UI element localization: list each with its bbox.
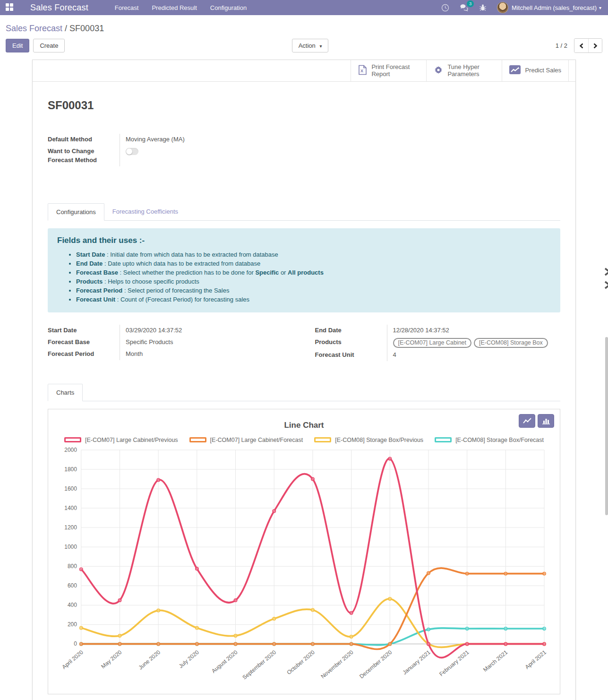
field-groups: Start Date 03/29/2020 14:37:52 Forecast … bbox=[48, 325, 560, 361]
left-field-group: Start Date 03/29/2020 14:37:52 Forecast … bbox=[48, 325, 293, 361]
charts-tabs: Charts bbox=[48, 384, 560, 401]
list-item: Forecast Unit : Count of (Forecast Perio… bbox=[76, 295, 551, 304]
svg-text:November 2020: November 2020 bbox=[319, 649, 354, 680]
svg-text:1800: 1800 bbox=[64, 466, 77, 473]
svg-text:February 2021: February 2021 bbox=[438, 649, 471, 678]
svg-text:April 2020: April 2020 bbox=[61, 649, 85, 671]
bar-chart-toggle-button[interactable] bbox=[538, 414, 554, 428]
svg-text:October 2020: October 2020 bbox=[285, 649, 316, 676]
method-group: Default Method Moving Average (MA) Want … bbox=[48, 134, 350, 166]
list-item: End Date : Date upto which data has to b… bbox=[76, 259, 551, 268]
end-date-value: 12/28/2020 14:37:52 bbox=[387, 325, 561, 337]
products-label: Products bbox=[315, 337, 387, 349]
tune-hyper-parameters-button[interactable]: Tune Hyper Parameters bbox=[426, 60, 502, 81]
user-avatar bbox=[497, 2, 508, 13]
print-forecast-report-button[interactable]: X Print Forecast Report bbox=[351, 60, 426, 81]
breadcrumb: Sales Forecast / SF00031 bbox=[0, 15, 608, 38]
app-title: Sales Forecast bbox=[30, 3, 88, 13]
pager-previous-button[interactable] bbox=[574, 39, 588, 52]
chart-card: Line Chart [E-COM07] Large Cabinet/Previ… bbox=[48, 409, 560, 694]
activities-clock-icon[interactable] bbox=[441, 4, 449, 12]
forecast-unit-value: 4 bbox=[387, 349, 561, 361]
vertical-scrollbar[interactable] bbox=[605, 337, 608, 515]
apps-menu-icon[interactable] bbox=[6, 3, 14, 12]
product-tag: [E-COM08] Storage Box bbox=[474, 338, 548, 348]
tab-configurations[interactable]: Configurations bbox=[48, 203, 104, 221]
svg-text:July 2020: July 2020 bbox=[178, 649, 200, 670]
svg-text:January 2021: January 2021 bbox=[401, 649, 432, 676]
legend-item[interactable]: [E-COM07] Large Cabinet/Forecast bbox=[189, 437, 303, 443]
list-item: Start Date : Initial date from which dat… bbox=[76, 250, 551, 259]
svg-text:1400: 1400 bbox=[64, 505, 77, 511]
svg-text:1000: 1000 bbox=[64, 544, 77, 550]
svg-text:600: 600 bbox=[68, 582, 77, 589]
forecast-base-label: Forecast Base bbox=[48, 337, 120, 348]
forecast-method-toggle[interactable] bbox=[126, 148, 138, 155]
menu-predicted-result[interactable]: Predicted Result bbox=[152, 4, 197, 11]
svg-text:2000: 2000 bbox=[64, 447, 77, 453]
gear-icon bbox=[434, 65, 443, 77]
messages-icon[interactable]: 3 bbox=[460, 4, 469, 11]
action-dropdown[interactable]: Action ▾ bbox=[292, 39, 329, 52]
info-box: Fields and their uses :- Start Date : In… bbox=[48, 228, 560, 313]
menu-configuration[interactable]: Configuration bbox=[210, 4, 247, 11]
line-chart-toggle-button[interactable] bbox=[519, 414, 535, 428]
breadcrumb-separator: / bbox=[65, 24, 67, 33]
legend-swatch bbox=[64, 437, 81, 442]
statusbar: X Print Forecast Report Tune Hyper Param… bbox=[33, 60, 575, 82]
svg-text:April 2021: April 2021 bbox=[524, 649, 548, 671]
caret-down-icon: ▾ bbox=[599, 5, 601, 10]
svg-text:June 2020: June 2020 bbox=[137, 649, 162, 671]
svg-text:X: X bbox=[360, 69, 363, 73]
list-item: Forecast Base : Select whether the predi… bbox=[76, 268, 551, 277]
svg-text:400: 400 bbox=[68, 602, 77, 608]
chart-line-icon bbox=[509, 65, 521, 76]
bug-icon[interactable] bbox=[479, 4, 487, 11]
notebook-tabs: Configurations Forecasting Coefficients bbox=[48, 203, 560, 221]
breadcrumb-current: SF00031 bbox=[69, 24, 104, 33]
menu-forecast[interactable]: Forecast bbox=[115, 4, 139, 11]
svg-text:200: 200 bbox=[68, 621, 77, 628]
legend-item[interactable]: [E-COM07] Large Cabinet/Previous bbox=[64, 437, 178, 443]
info-box-heading: Fields and their uses :- bbox=[57, 236, 551, 245]
message-count-badge: 3 bbox=[467, 0, 474, 7]
product-tag: [E-COM07] Large Cabinet bbox=[393, 338, 472, 348]
form-sheet: SF00031 Default Method Moving Average (M… bbox=[33, 82, 575, 700]
svg-text:May 2020: May 2020 bbox=[100, 649, 123, 670]
control-panel: Edit Create Action ▾ 1 / 2 bbox=[0, 38, 608, 60]
record-title: SF00031 bbox=[48, 99, 560, 112]
pager-count: 1 / 2 bbox=[556, 42, 567, 49]
create-button[interactable]: Create bbox=[33, 39, 65, 52]
svg-text:0: 0 bbox=[74, 640, 77, 647]
form-card: X Print Forecast Report Tune Hyper Param… bbox=[32, 60, 576, 700]
edit-button[interactable]: Edit bbox=[6, 39, 29, 52]
legend-swatch bbox=[189, 437, 206, 442]
list-item: Forecast Period : Select period of forec… bbox=[76, 286, 551, 295]
caret-down-icon: ▾ bbox=[319, 43, 322, 49]
info-bullet-list: Start Date : Initial date from which dat… bbox=[76, 250, 551, 304]
want-change-label: Want to Change Forecast Method bbox=[48, 146, 109, 166]
user-menu[interactable]: Mitchell Admin (sales_forecast) ▾ bbox=[497, 2, 601, 13]
pager-next-button[interactable] bbox=[588, 39, 602, 52]
forecast-unit-label: Forecast Unit bbox=[315, 349, 387, 361]
tab-charts[interactable]: Charts bbox=[48, 384, 83, 401]
breadcrumb-parent-link[interactable]: Sales Forecast bbox=[6, 24, 62, 33]
forecast-period-value: Month bbox=[120, 348, 293, 360]
predict-sales-button[interactable]: Predict Sales bbox=[502, 60, 569, 81]
default-method-value: Moving Average (MA) bbox=[120, 134, 350, 146]
tab-forecasting-coefficients[interactable]: Forecasting Coefficients bbox=[104, 203, 186, 220]
legend-swatch bbox=[435, 437, 452, 442]
edge-chevron-icons bbox=[604, 268, 608, 293]
svg-text:September 2020: September 2020 bbox=[241, 649, 278, 681]
line-chart: 0200400600800100012001400160018002000Apr… bbox=[54, 444, 554, 689]
chart-title: Line Chart bbox=[54, 421, 554, 430]
top-navbar: Sales Forecast Forecast Predicted Result… bbox=[0, 0, 608, 15]
legend-swatch bbox=[314, 437, 331, 442]
pager bbox=[574, 38, 602, 53]
legend-item[interactable]: [E-COM08] Storage Box/Previous bbox=[314, 437, 423, 443]
svg-text:August 2020: August 2020 bbox=[210, 649, 239, 674]
svg-text:1200: 1200 bbox=[64, 524, 77, 531]
svg-text:December 2020: December 2020 bbox=[358, 649, 393, 680]
svg-text:1600: 1600 bbox=[64, 485, 77, 492]
legend-item[interactable]: [E-COM08] Storage Box/Forecast bbox=[435, 437, 544, 443]
